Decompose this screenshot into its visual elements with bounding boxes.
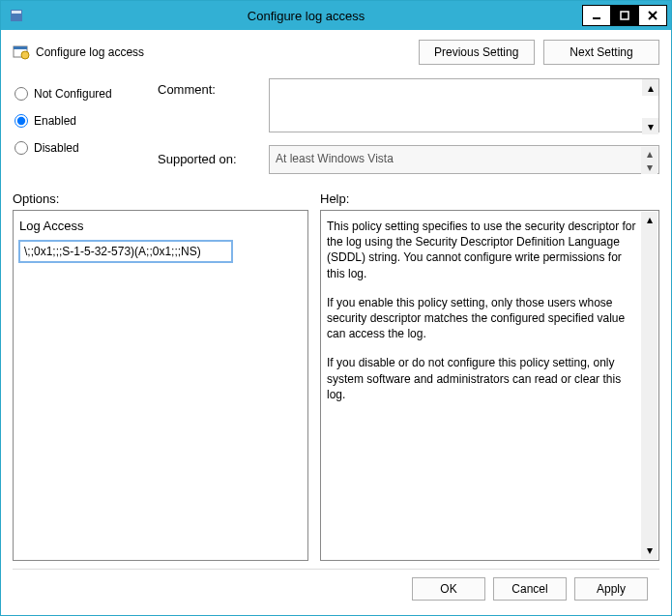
maximize-button[interactable]	[610, 5, 639, 26]
window-controls	[582, 5, 671, 26]
supported-scrollbar[interactable]: ▴ ▾	[641, 147, 657, 172]
help-scrollbar[interactable]: ▴ ▾	[641, 212, 657, 559]
scroll-down-icon[interactable]: ▾	[641, 161, 657, 174]
comment-label: Comment:	[158, 80, 269, 134]
svg-rect-1	[12, 11, 21, 14]
log-access-label: Log Access	[19, 219, 302, 233]
svg-point-8	[21, 51, 29, 59]
scroll-up-icon[interactable]: ▴	[641, 147, 657, 161]
next-setting-button[interactable]: Next Setting	[543, 40, 659, 65]
app-icon	[9, 8, 24, 23]
cancel-button[interactable]: Cancel	[493, 577, 567, 601]
svg-rect-3	[621, 12, 628, 19]
supported-on-label: Supported on:	[158, 144, 269, 173]
scroll-up-icon[interactable]: ▴	[641, 212, 657, 228]
log-access-input[interactable]	[19, 241, 232, 262]
help-panel: This policy setting specifies to use the…	[320, 210, 659, 561]
scroll-down-icon[interactable]: ▾	[642, 118, 658, 134]
policy-icon	[13, 44, 30, 61]
minimize-button[interactable]	[582, 5, 611, 26]
scroll-down-icon[interactable]: ▾	[641, 543, 657, 559]
help-text: This policy setting specifies to use the…	[327, 219, 639, 281]
help-heading: Help:	[320, 191, 349, 206]
close-button[interactable]	[638, 5, 667, 26]
title-bar[interactable]: Configure log access	[1, 1, 671, 30]
radio-disabled[interactable]: Disabled	[13, 134, 158, 161]
previous-setting-button[interactable]: Previous Setting	[419, 40, 535, 65]
comment-textarea[interactable]	[269, 78, 659, 132]
options-panel: Log Access	[13, 210, 308, 561]
ok-button[interactable]: OK	[412, 577, 485, 601]
comment-scrollbar[interactable]: ▴ ▾	[642, 79, 658, 134]
radio-not-configured[interactable]: Not Configured	[13, 80, 158, 107]
options-heading: Options:	[13, 191, 320, 206]
help-text: If you disable or do not configure this …	[327, 355, 639, 402]
header-caption: Configure log access	[36, 45, 144, 59]
radio-enabled[interactable]: Enabled	[13, 107, 158, 134]
window-title: Configure log access	[30, 9, 582, 23]
apply-button[interactable]: Apply	[574, 577, 648, 601]
dialog-window: Configure log access Configure log acces…	[0, 0, 672, 616]
supported-on-field: At least Windows Vista ▴ ▾	[269, 145, 659, 174]
svg-rect-7	[14, 46, 27, 49]
scroll-up-icon[interactable]: ▴	[642, 79, 658, 96]
help-text: If you enable this policy setting, only …	[327, 295, 639, 342]
